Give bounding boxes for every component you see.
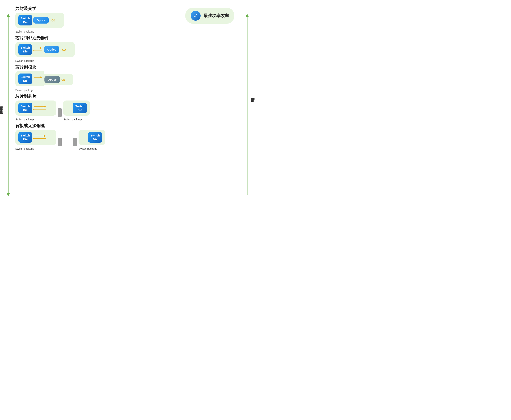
- section-chip-to-chip: 芯片到芯片 SwitchDie: [15, 94, 240, 121]
- switch-package-label-4-right: Switch package: [63, 118, 82, 121]
- optics-chip-3: Optics: [45, 76, 60, 83]
- switch-die-chip-5-left: SwitchDie: [18, 132, 32, 142]
- green-box-5-left: SwitchDie: [15, 130, 56, 145]
- svg-text:∞: ∞: [51, 17, 55, 23]
- switch-die-chip-4-right: SwitchDie: [73, 103, 87, 113]
- pkg-block-4-right: SwitchDie Switch package: [63, 100, 90, 121]
- left-axis-label: 增加距离，插入损耗: [0, 103, 3, 107]
- pkg-block-5-left: SwitchDie: [15, 130, 56, 150]
- chip-row-2: SwitchDie: [18, 44, 72, 55]
- optics-chip-2: Optics: [44, 46, 59, 53]
- section-chip-to-near: 芯片到邻近光器件 SwitchDie: [15, 35, 240, 62]
- chip-row-1: SwitchDie Optics ∞: [18, 15, 61, 25]
- green-box-1: SwitchDie Optics ∞: [15, 13, 64, 28]
- connector-5-left: [58, 138, 62, 146]
- content-area: ✓ 最佳功率效率 共封装光学 SwitchDie Optics ∞: [15, 4, 240, 206]
- connector-4: [58, 108, 62, 117]
- green-box-4-right: SwitchDie: [63, 100, 90, 116]
- section-title-5: 背板或无源铜缆: [15, 123, 240, 129]
- arrows-5: [33, 133, 47, 142]
- section-title-2: 芯片到邻近光器件: [15, 35, 240, 41]
- pkg-block-3: SwitchDie: [15, 71, 73, 92]
- left-axis-arrow-bottom: [7, 193, 10, 196]
- switch-package-label-5-right: Switch package: [78, 147, 97, 150]
- check-icon: ✓: [191, 11, 201, 21]
- right-axis-line: [247, 15, 248, 195]
- switch-die-chip-2: SwitchDie: [18, 44, 32, 55]
- left-axis-line: [8, 15, 9, 195]
- left-axis: 增加距离，插入损耗: [3, 15, 13, 195]
- section-title-4: 芯片到芯片: [15, 94, 240, 99]
- main-container: 增加距离，插入损耗 提升功率效率 ✓ 最佳功率效率 共封装光学 SwitchDi…: [0, 0, 256, 210]
- right-axis: 提升功率效率: [242, 15, 252, 195]
- arrows-4: [33, 104, 47, 112]
- green-box-3: SwitchDie: [15, 71, 44, 86]
- switch-package-label-3: Switch package: [15, 89, 34, 92]
- switch-package-label-4-left: Switch package: [15, 118, 34, 121]
- infinity-symbol-2: ∞: [62, 47, 72, 52]
- switch-package-label-2: Switch package: [15, 59, 34, 62]
- infinity-symbol-1: ∞: [51, 17, 61, 23]
- section-chip-to-module: 芯片到模块 SwitchDie: [15, 64, 240, 92]
- svg-text:∞: ∞: [62, 47, 66, 52]
- left-axis-arrow-top: [7, 14, 10, 17]
- chip-row-3: SwitchDie: [18, 74, 43, 84]
- svg-text:∞: ∞: [61, 77, 65, 82]
- right-axis-arrow-top: [246, 14, 249, 17]
- best-badge-text: 最佳功率效率: [204, 13, 229, 19]
- optics-chip-1: Optics: [33, 17, 49, 24]
- pkg-block-4-left: SwitchDie: [15, 100, 56, 121]
- pkg-block-5-right: SwitchDie Switch package: [78, 130, 105, 150]
- pkg-block-1: SwitchDie Optics ∞ Switch package: [15, 13, 64, 33]
- switch-die-chip-5-right: SwitchDie: [88, 132, 102, 142]
- arrows-2: [33, 45, 43, 54]
- switch-die-chip-4-left: SwitchDie: [18, 103, 32, 113]
- switch-package-label-5-left: Switch package: [15, 147, 34, 150]
- section-backplane: 背板或无源铜缆 SwitchDie: [15, 123, 240, 150]
- green-box-4-left: SwitchDie: [15, 100, 56, 116]
- arrows-3: [33, 75, 43, 83]
- pkg-block-2: SwitchDie: [15, 42, 75, 62]
- switch-die-chip-1: SwitchDie: [18, 15, 32, 25]
- green-box-5-right: SwitchDie: [78, 130, 105, 145]
- green-box-2: SwitchDie: [15, 42, 75, 57]
- section-title-3: 芯片到模块: [15, 64, 240, 70]
- switch-package-label-1: Switch package: [15, 30, 34, 33]
- connector-5-right: [73, 138, 77, 146]
- best-efficiency-badge: ✓ 最佳功率效率: [185, 8, 234, 24]
- infinity-symbol-3: ∞: [61, 77, 71, 82]
- switch-die-chip-3: SwitchDie: [18, 74, 32, 84]
